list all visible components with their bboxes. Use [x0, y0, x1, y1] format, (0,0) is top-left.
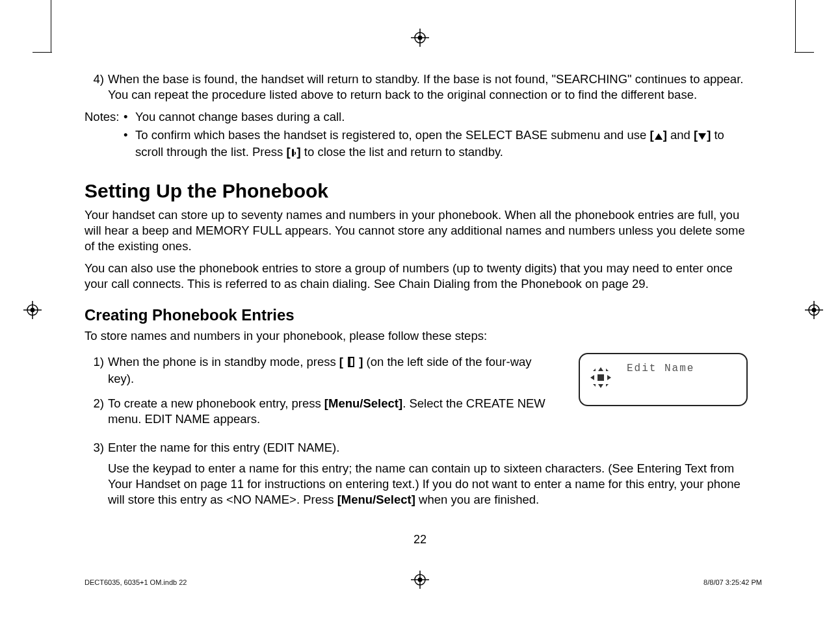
svg-marker-27	[606, 384, 609, 387]
svg-marker-23	[607, 375, 611, 380]
svg-rect-18	[292, 149, 294, 157]
heading-creating-entries: Creating Phonebook Entries	[85, 305, 748, 325]
svg-marker-20	[598, 367, 603, 371]
step-number: 1)	[85, 354, 108, 387]
step-1: 1) When the phone is in standby mode, pr…	[85, 354, 553, 387]
crop-mark	[794, 52, 814, 53]
four-way-nav-icon	[586, 363, 615, 392]
crop-mark	[51, 0, 51, 52]
step-number: 2)	[85, 396, 108, 427]
screen-text: Edit Name	[627, 362, 694, 376]
svg-rect-19	[597, 374, 604, 381]
notes-label: Notes:	[85, 109, 124, 164]
up-arrow-icon	[654, 129, 663, 144]
registration-mark-icon	[411, 29, 429, 47]
down-arrow-icon	[698, 129, 707, 144]
note-text: To confirm which bases the handset is re…	[135, 127, 748, 161]
footer-timestamp: 8/8/07 3:25:42 PM	[703, 578, 762, 586]
svg-marker-21	[598, 384, 603, 388]
heading-setting-up-phonebook: Setting Up the Phonebook	[85, 178, 748, 203]
note-item: • You cannot change bases during a call.	[124, 109, 748, 125]
step-2: 2) To create a new phonebook entry, pres…	[85, 396, 553, 427]
bullet-icon: •	[124, 127, 135, 161]
page-number: 22	[0, 533, 840, 547]
key-label: [	[339, 355, 343, 368]
step-text: To create a new phonebook entry, press […	[108, 396, 553, 427]
step-number: 4)	[85, 71, 108, 103]
step-text: Enter the name for this entry (EDIT NAME…	[108, 440, 748, 456]
key-label: ]	[356, 355, 363, 368]
registration-mark-icon	[805, 301, 823, 319]
paragraph: You can also use the phonebook entries t…	[85, 261, 748, 292]
phonebook-icon	[347, 355, 356, 371]
svg-marker-24	[593, 368, 596, 371]
page-content: 4) When the base is found, the handset w…	[85, 71, 748, 517]
note-text: You cannot change bases during a call.	[135, 109, 748, 125]
notes-block: Notes: • You cannot change bases during …	[85, 109, 748, 164]
step-text: Use the keypad to enter a name for this …	[108, 461, 748, 508]
crop-mark	[33, 52, 52, 53]
registration-mark-icon	[23, 301, 42, 319]
svg-marker-17	[698, 133, 706, 140]
step-4: 4) When the base is found, the handset w…	[85, 71, 748, 103]
talk-off-icon	[291, 146, 297, 161]
step-number: 3)	[85, 440, 108, 508]
steps-with-screen: 1) When the phone is in standby mode, pr…	[85, 350, 748, 436]
paragraph: To store names and numbers in your phone…	[85, 328, 748, 344]
svg-marker-16	[655, 133, 663, 140]
step-text: When the base is found, the handset will…	[108, 71, 748, 103]
svg-marker-26	[593, 384, 596, 387]
crop-mark	[795, 0, 796, 52]
bullet-icon: •	[124, 109, 135, 125]
step-text: When the phone is in standby mode, press…	[108, 354, 553, 387]
phone-screen-illustration: Edit Name	[579, 353, 748, 406]
svg-marker-22	[590, 375, 594, 380]
registration-mark-icon	[411, 571, 429, 589]
note-item: • To confirm which bases the handset is …	[124, 127, 748, 161]
svg-marker-25	[606, 368, 609, 371]
key-label: [Menu/Select]	[324, 396, 402, 410]
step-3: 3) Enter the name for this entry (EDIT N…	[85, 440, 748, 508]
paragraph: Your handset can store up to seventy nam…	[85, 207, 748, 254]
key-label: [Menu/Select]	[337, 493, 415, 506]
footer-filename: DECT6035, 6035+1 OM.indb 22	[85, 578, 187, 586]
